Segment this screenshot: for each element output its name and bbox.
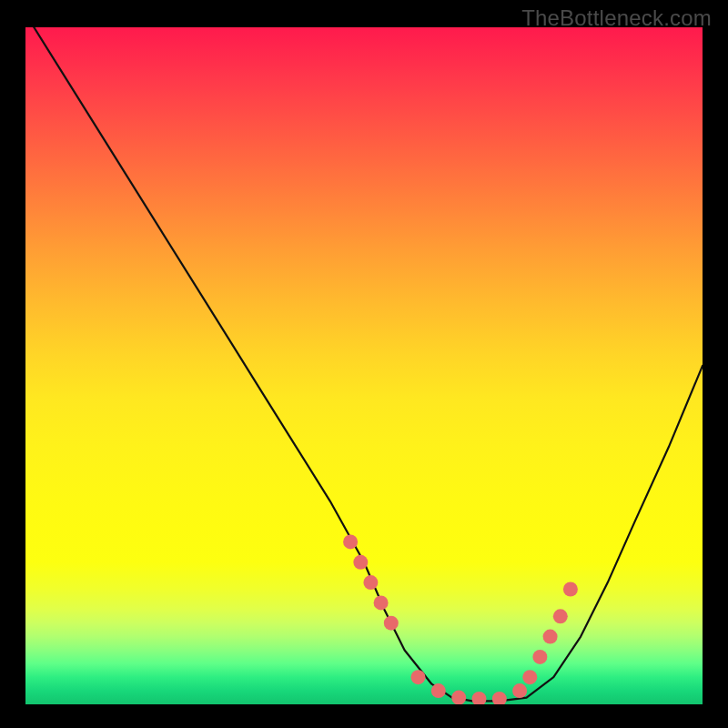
marker-point	[492, 692, 507, 704]
marker-point	[532, 650, 547, 664]
plot-area	[25, 27, 703, 704]
watermark-text: TheBottleneck.com	[521, 5, 712, 31]
marker-point	[522, 670, 537, 684]
marker-point	[353, 555, 368, 570]
highlight-markers	[343, 534, 578, 704]
marker-point	[472, 692, 487, 704]
marker-point	[343, 534, 358, 549]
marker-point	[411, 670, 426, 684]
marker-point	[563, 582, 578, 597]
bottleneck-curve	[25, 27, 703, 701]
marker-point	[431, 683, 446, 698]
marker-point	[384, 616, 399, 631]
marker-point	[512, 683, 527, 698]
marker-point	[553, 609, 568, 623]
marker-point	[543, 630, 558, 644]
marker-point	[363, 575, 378, 590]
chart-svg	[25, 27, 703, 704]
marker-point	[451, 691, 466, 704]
marker-point	[374, 595, 389, 610]
